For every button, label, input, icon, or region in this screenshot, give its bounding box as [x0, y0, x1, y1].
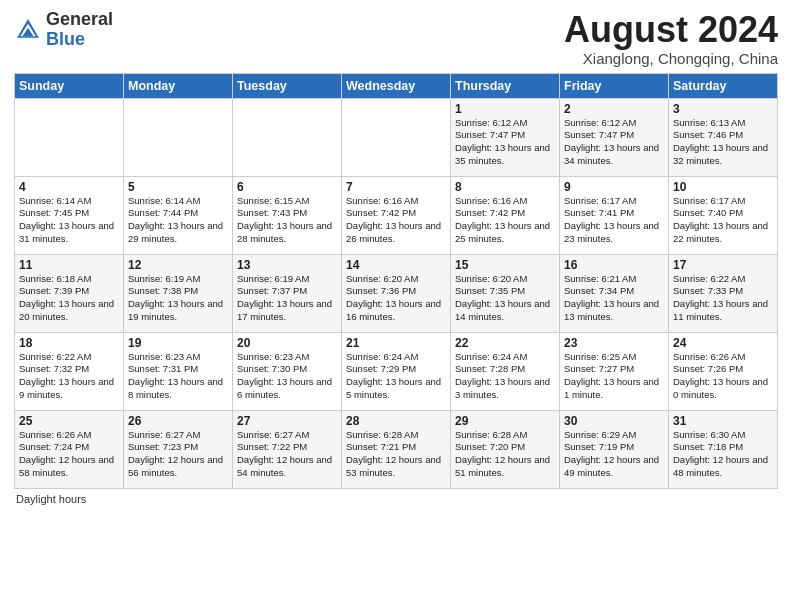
day-cell: 6Sunrise: 6:15 AMSunset: 7:43 PMDaylight… — [233, 176, 342, 254]
day-cell: 12Sunrise: 6:19 AMSunset: 7:38 PMDayligh… — [124, 254, 233, 332]
day-number: 25 — [19, 414, 119, 428]
day-cell: 3Sunrise: 6:13 AMSunset: 7:46 PMDaylight… — [669, 98, 778, 176]
day-cell: 23Sunrise: 6:25 AMSunset: 7:27 PMDayligh… — [560, 332, 669, 410]
day-cell: 11Sunrise: 6:18 AMSunset: 7:39 PMDayligh… — [15, 254, 124, 332]
day-number: 24 — [673, 336, 773, 350]
logo-text: General Blue — [46, 10, 113, 50]
day-info: Sunrise: 6:19 AMSunset: 7:37 PMDaylight:… — [237, 273, 337, 324]
day-cell: 5Sunrise: 6:14 AMSunset: 7:44 PMDaylight… — [124, 176, 233, 254]
day-info: Sunrise: 6:28 AMSunset: 7:21 PMDaylight:… — [346, 429, 446, 480]
day-cell: 28Sunrise: 6:28 AMSunset: 7:21 PMDayligh… — [342, 410, 451, 488]
day-info: Sunrise: 6:26 AMSunset: 7:24 PMDaylight:… — [19, 429, 119, 480]
day-info: Sunrise: 6:21 AMSunset: 7:34 PMDaylight:… — [564, 273, 664, 324]
day-info: Sunrise: 6:12 AMSunset: 7:47 PMDaylight:… — [564, 117, 664, 168]
col-header-wednesday: Wednesday — [342, 73, 451, 98]
day-number: 22 — [455, 336, 555, 350]
day-info: Sunrise: 6:14 AMSunset: 7:45 PMDaylight:… — [19, 195, 119, 246]
col-header-tuesday: Tuesday — [233, 73, 342, 98]
day-info: Sunrise: 6:13 AMSunset: 7:46 PMDaylight:… — [673, 117, 773, 168]
day-number: 6 — [237, 180, 337, 194]
week-row-1: 1Sunrise: 6:12 AMSunset: 7:47 PMDaylight… — [15, 98, 778, 176]
day-cell: 31Sunrise: 6:30 AMSunset: 7:18 PMDayligh… — [669, 410, 778, 488]
day-number: 17 — [673, 258, 773, 272]
logo-blue: Blue — [46, 29, 85, 49]
day-number: 21 — [346, 336, 446, 350]
day-info: Sunrise: 6:16 AMSunset: 7:42 PMDaylight:… — [455, 195, 555, 246]
day-number: 4 — [19, 180, 119, 194]
day-number: 30 — [564, 414, 664, 428]
day-cell: 19Sunrise: 6:23 AMSunset: 7:31 PMDayligh… — [124, 332, 233, 410]
day-number: 12 — [128, 258, 228, 272]
day-number: 3 — [673, 102, 773, 116]
day-cell: 16Sunrise: 6:21 AMSunset: 7:34 PMDayligh… — [560, 254, 669, 332]
day-number: 1 — [455, 102, 555, 116]
day-info: Sunrise: 6:15 AMSunset: 7:43 PMDaylight:… — [237, 195, 337, 246]
day-info: Sunrise: 6:17 AMSunset: 7:40 PMDaylight:… — [673, 195, 773, 246]
header: General Blue August 2024 Xianglong, Chon… — [14, 10, 778, 67]
week-row-4: 18Sunrise: 6:22 AMSunset: 7:32 PMDayligh… — [15, 332, 778, 410]
day-number: 19 — [128, 336, 228, 350]
day-number: 27 — [237, 414, 337, 428]
week-row-2: 4Sunrise: 6:14 AMSunset: 7:45 PMDaylight… — [15, 176, 778, 254]
day-cell: 22Sunrise: 6:24 AMSunset: 7:28 PMDayligh… — [451, 332, 560, 410]
day-number: 16 — [564, 258, 664, 272]
col-header-monday: Monday — [124, 73, 233, 98]
day-info: Sunrise: 6:18 AMSunset: 7:39 PMDaylight:… — [19, 273, 119, 324]
day-number: 11 — [19, 258, 119, 272]
col-header-sunday: Sunday — [15, 73, 124, 98]
day-info: Sunrise: 6:20 AMSunset: 7:36 PMDaylight:… — [346, 273, 446, 324]
day-info: Sunrise: 6:14 AMSunset: 7:44 PMDaylight:… — [128, 195, 228, 246]
day-info: Sunrise: 6:23 AMSunset: 7:30 PMDaylight:… — [237, 351, 337, 402]
day-cell: 1Sunrise: 6:12 AMSunset: 7:47 PMDaylight… — [451, 98, 560, 176]
day-cell: 17Sunrise: 6:22 AMSunset: 7:33 PMDayligh… — [669, 254, 778, 332]
day-cell: 7Sunrise: 6:16 AMSunset: 7:42 PMDaylight… — [342, 176, 451, 254]
logo-general: General — [46, 9, 113, 29]
day-info: Sunrise: 6:22 AMSunset: 7:32 PMDaylight:… — [19, 351, 119, 402]
day-number: 29 — [455, 414, 555, 428]
day-cell: 25Sunrise: 6:26 AMSunset: 7:24 PMDayligh… — [15, 410, 124, 488]
day-number: 10 — [673, 180, 773, 194]
day-cell: 24Sunrise: 6:26 AMSunset: 7:26 PMDayligh… — [669, 332, 778, 410]
day-info: Sunrise: 6:26 AMSunset: 7:26 PMDaylight:… — [673, 351, 773, 402]
day-cell — [124, 98, 233, 176]
day-info: Sunrise: 6:29 AMSunset: 7:19 PMDaylight:… — [564, 429, 664, 480]
day-number: 7 — [346, 180, 446, 194]
day-cell — [15, 98, 124, 176]
day-cell: 2Sunrise: 6:12 AMSunset: 7:47 PMDaylight… — [560, 98, 669, 176]
day-cell: 4Sunrise: 6:14 AMSunset: 7:45 PMDaylight… — [15, 176, 124, 254]
col-header-saturday: Saturday — [669, 73, 778, 98]
col-header-thursday: Thursday — [451, 73, 560, 98]
day-number: 26 — [128, 414, 228, 428]
day-number: 23 — [564, 336, 664, 350]
main-container: General Blue August 2024 Xianglong, Chon… — [0, 0, 792, 511]
footer: Daylight hours — [14, 493, 778, 505]
day-info: Sunrise: 6:16 AMSunset: 7:42 PMDaylight:… — [346, 195, 446, 246]
daylight-hours-label: Daylight hours — [16, 493, 86, 505]
day-cell: 9Sunrise: 6:17 AMSunset: 7:41 PMDaylight… — [560, 176, 669, 254]
day-number: 5 — [128, 180, 228, 194]
day-number: 15 — [455, 258, 555, 272]
day-cell: 26Sunrise: 6:27 AMSunset: 7:23 PMDayligh… — [124, 410, 233, 488]
day-info: Sunrise: 6:28 AMSunset: 7:20 PMDaylight:… — [455, 429, 555, 480]
day-info: Sunrise: 6:27 AMSunset: 7:23 PMDaylight:… — [128, 429, 228, 480]
calendar-table: SundayMondayTuesdayWednesdayThursdayFrid… — [14, 73, 778, 489]
day-number: 14 — [346, 258, 446, 272]
week-row-5: 25Sunrise: 6:26 AMSunset: 7:24 PMDayligh… — [15, 410, 778, 488]
day-info: Sunrise: 6:25 AMSunset: 7:27 PMDaylight:… — [564, 351, 664, 402]
day-cell: 8Sunrise: 6:16 AMSunset: 7:42 PMDaylight… — [451, 176, 560, 254]
day-number: 31 — [673, 414, 773, 428]
day-number: 20 — [237, 336, 337, 350]
day-info: Sunrise: 6:27 AMSunset: 7:22 PMDaylight:… — [237, 429, 337, 480]
day-cell: 15Sunrise: 6:20 AMSunset: 7:35 PMDayligh… — [451, 254, 560, 332]
day-number: 2 — [564, 102, 664, 116]
logo: General Blue — [14, 10, 113, 50]
location: Xianglong, Chongqing, China — [564, 50, 778, 67]
col-header-friday: Friday — [560, 73, 669, 98]
day-info: Sunrise: 6:30 AMSunset: 7:18 PMDaylight:… — [673, 429, 773, 480]
day-info: Sunrise: 6:22 AMSunset: 7:33 PMDaylight:… — [673, 273, 773, 324]
day-number: 13 — [237, 258, 337, 272]
day-info: Sunrise: 6:24 AMSunset: 7:29 PMDaylight:… — [346, 351, 446, 402]
day-info: Sunrise: 6:19 AMSunset: 7:38 PMDaylight:… — [128, 273, 228, 324]
day-cell — [233, 98, 342, 176]
header-row: SundayMondayTuesdayWednesdayThursdayFrid… — [15, 73, 778, 98]
